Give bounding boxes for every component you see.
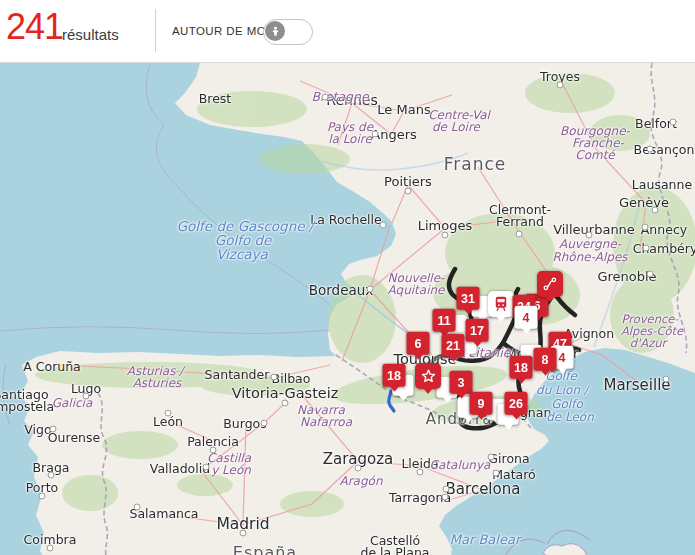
- city-dot: [586, 232, 593, 239]
- map-marker-count[interactable]: 11: [433, 309, 456, 332]
- map-marker-count[interactable]: 26: [505, 392, 528, 415]
- city-dot: [647, 146, 654, 153]
- city-dot: [516, 231, 523, 238]
- map-marker-count[interactable]: 8: [534, 348, 557, 371]
- results-count: 241: [6, 6, 63, 48]
- map-marker-count[interactable]: 31: [457, 287, 480, 310]
- city-dot: [643, 245, 650, 252]
- city-dot: [240, 530, 247, 537]
- city-dot: [282, 400, 289, 407]
- train-station-pin[interactable]: [488, 291, 514, 317]
- city-dot: [134, 504, 141, 511]
- city-dot: [83, 393, 90, 400]
- city-dot: [417, 469, 424, 476]
- search-results-page: 241 résultats AUTOUR DE MOI: [0, 0, 695, 555]
- header-divider: [155, 9, 156, 52]
- city-dot: [322, 94, 329, 101]
- map-marker-count[interactable]: 18: [383, 364, 406, 387]
- itinerary-pin[interactable]: [537, 271, 563, 297]
- city-dot: [652, 207, 659, 214]
- city-dot: [380, 222, 387, 229]
- city-dot: [261, 420, 268, 427]
- city-dot: [493, 470, 500, 477]
- map-marker-count[interactable]: 21: [442, 334, 465, 357]
- results-header: 241 résultats AUTOUR DE MOI: [0, 0, 695, 62]
- city-dot: [442, 494, 449, 501]
- city-dot: [663, 376, 670, 383]
- city-dot: [355, 465, 362, 472]
- results-label: résultats: [62, 26, 119, 43]
- map-marker-count[interactable]: 3: [450, 371, 473, 394]
- city-dot: [442, 232, 449, 239]
- map-base-tiles: [0, 63, 695, 555]
- city-dot: [488, 454, 495, 461]
- city-dot: [271, 374, 278, 381]
- map-marker-count-light[interactable]: 4: [515, 306, 538, 329]
- city-dot: [165, 410, 172, 417]
- city-dot: [405, 188, 412, 195]
- city-dot: [47, 545, 54, 552]
- around-me-label: AUTOUR DE MOI: [172, 25, 270, 37]
- favorite-star-pin[interactable]: [415, 363, 441, 389]
- city-dot: [48, 472, 55, 479]
- person-location-icon: [265, 21, 285, 41]
- city-dot: [647, 271, 654, 278]
- city-dot: [50, 426, 57, 433]
- map-marker-count[interactable]: 9: [470, 392, 493, 415]
- map-marker-count[interactable]: 18: [510, 356, 533, 379]
- city-dot: [367, 286, 374, 293]
- city-dot: [203, 464, 210, 471]
- city-dot: [443, 486, 450, 493]
- city-dot: [210, 447, 217, 454]
- city-dot: [372, 131, 379, 138]
- city-dot: [670, 119, 677, 126]
- map-marker-count[interactable]: 6: [407, 332, 430, 355]
- map-marker-count[interactable]: 17: [466, 319, 489, 342]
- city-dot: [557, 82, 564, 89]
- map[interactable]: BrestRennesLe MansAngersPoitiersLa Roche…: [0, 62, 695, 555]
- around-me-toggle[interactable]: [263, 19, 313, 45]
- city-dot: [642, 224, 649, 231]
- city-dot: [39, 493, 46, 500]
